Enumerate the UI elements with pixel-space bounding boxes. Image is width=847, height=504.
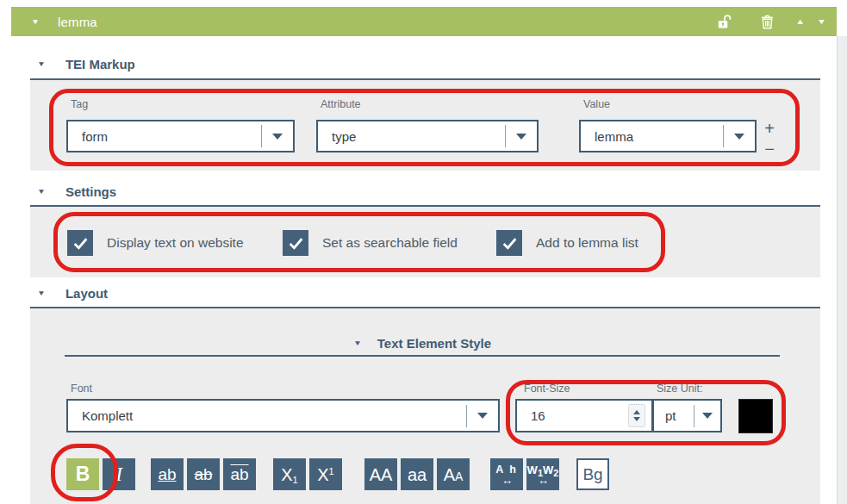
uppercase-glyph: AA [370, 466, 393, 483]
checkbox-checked-icon[interactable] [283, 230, 308, 256]
style-button-italic[interactable]: I [103, 458, 135, 490]
tag-label: Tag [71, 98, 88, 110]
font-size-input[interactable]: 16 [515, 399, 653, 432]
chevron-down-icon[interactable] [506, 134, 537, 140]
size-unit-label: Size Unit: [657, 383, 703, 395]
style-button-underline[interactable]: ab [151, 458, 184, 490]
text-color-swatch[interactable] [738, 399, 773, 433]
italic-glyph: I [115, 464, 122, 484]
section-header-tei-markup[interactable]: ▼ TEI Markup [37, 57, 135, 72]
section-header-layout[interactable]: ▼ Layout [37, 286, 108, 301]
font-size-value: 16 [517, 408, 628, 423]
horizontal-arrow-icon: ↔ [501, 476, 512, 484]
delete-icon[interactable] [757, 12, 776, 31]
stepper-up-icon[interactable] [633, 410, 640, 414]
style-button-overline[interactable]: ab [223, 458, 256, 490]
size-unit-select[interactable]: pt [652, 399, 722, 432]
checkbox-set-as-searchable-field[interactable]: Set as searchable field [283, 230, 458, 256]
subscript-glyph: X1 [281, 466, 297, 483]
collapse-caret-icon[interactable]: ▼ [353, 339, 362, 347]
superscript-glyph: X1 [317, 466, 333, 483]
checkbox-checked-icon[interactable] [496, 230, 522, 256]
checkbox-label: Display text on website [107, 235, 244, 251]
subsection-title: Text Element Style [377, 336, 491, 351]
checkbox-display-text-on-website[interactable]: Display text on website [67, 230, 244, 256]
section-title: TEI Markup [65, 57, 135, 72]
style-button-uppercase[interactable]: AA [364, 458, 397, 490]
style-button-superscript[interactable]: X1 [309, 458, 342, 490]
value-select[interactable]: lemma [579, 120, 757, 152]
chevron-down-icon[interactable] [694, 413, 720, 419]
overline-glyph: ab [230, 466, 248, 482]
value-label: Value [583, 98, 610, 110]
value-select-value: lemma [581, 129, 723, 144]
font-size-label: Font-Size [524, 383, 570, 395]
style-button-subscript[interactable]: X1 [273, 458, 306, 490]
section-title: Settings [65, 184, 116, 199]
attribute-label: Attribute [321, 98, 361, 110]
style-button-bold[interactable]: B [66, 458, 99, 490]
attribute-select-value: type [318, 129, 505, 144]
unlock-icon[interactable] [714, 12, 733, 31]
collapse-caret-icon[interactable]: ▼ [37, 60, 46, 68]
remove-attribute-button[interactable]: − [760, 140, 779, 159]
lowercase-glyph: aa [408, 466, 427, 483]
style-button-strikethrough[interactable]: ab [187, 458, 220, 490]
size-unit-select-value: pt [654, 408, 694, 423]
tag-select[interactable]: form [66, 120, 295, 152]
checkbox-label: Add to lemma list [536, 235, 638, 251]
smallcaps-glyph: AA [444, 466, 464, 483]
subsection-divider [65, 355, 780, 357]
number-stepper[interactable] [628, 404, 645, 427]
subsection-header-text-element-style[interactable]: ▼ Text Element Style [65, 336, 780, 351]
style-button-word-spacing[interactable]: W1W2↔ [526, 458, 559, 490]
chevron-down-icon[interactable] [467, 413, 498, 419]
style-buttons-row: BIabababX1X1AAaaAAA h↔W1W2↔Bg [66, 458, 609, 490]
checkbox-checked-icon[interactable] [67, 230, 93, 256]
section-header-settings[interactable]: ▼ Settings [37, 184, 116, 199]
move-down-icon[interactable]: ▼ [817, 17, 826, 26]
scrollbar[interactable] [837, 36, 847, 504]
style-button-lowercase[interactable]: aa [401, 458, 433, 490]
element-header[interactable]: ▼ lemma ▲ ▼ [11, 7, 837, 36]
style-button-smallcaps[interactable]: AA [437, 458, 470, 490]
strikethrough-glyph: ab [194, 466, 212, 482]
attribute-select[interactable]: type [316, 120, 539, 152]
collapse-caret-icon[interactable]: ▼ [37, 289, 46, 297]
style-button-letter-spacing[interactable]: A h↔ [490, 458, 523, 490]
lemma-element-editor: ▼ lemma ▲ ▼ ▼ TEI Markup T [0, 0, 847, 504]
collapse-caret-icon[interactable]: ▼ [31, 17, 40, 25]
font-select-value: Komplett [68, 408, 466, 423]
chevron-down-icon[interactable] [724, 134, 755, 140]
checkbox-label: Set as searchable field [322, 235, 458, 251]
collapse-caret-icon[interactable]: ▼ [37, 188, 46, 196]
background-color-glyph: Bg [582, 466, 602, 482]
underline-glyph: ab [158, 466, 176, 482]
element-title: lemma [58, 15, 97, 29]
add-attribute-button[interactable]: + [760, 119, 779, 138]
bold-glyph: B [76, 464, 90, 484]
checkbox-add-to-lemma-list[interactable]: Add to lemma list [496, 230, 638, 256]
chevron-down-icon[interactable] [262, 134, 293, 140]
section-title: Layout [65, 286, 108, 301]
style-button-background-color[interactable]: Bg [576, 458, 609, 490]
font-select[interactable]: Komplett [66, 399, 500, 432]
tag-select-value: form [68, 129, 261, 144]
font-label: Font [71, 383, 92, 395]
stepper-down-icon[interactable] [633, 417, 640, 421]
move-up-icon[interactable]: ▲ [795, 17, 805, 26]
